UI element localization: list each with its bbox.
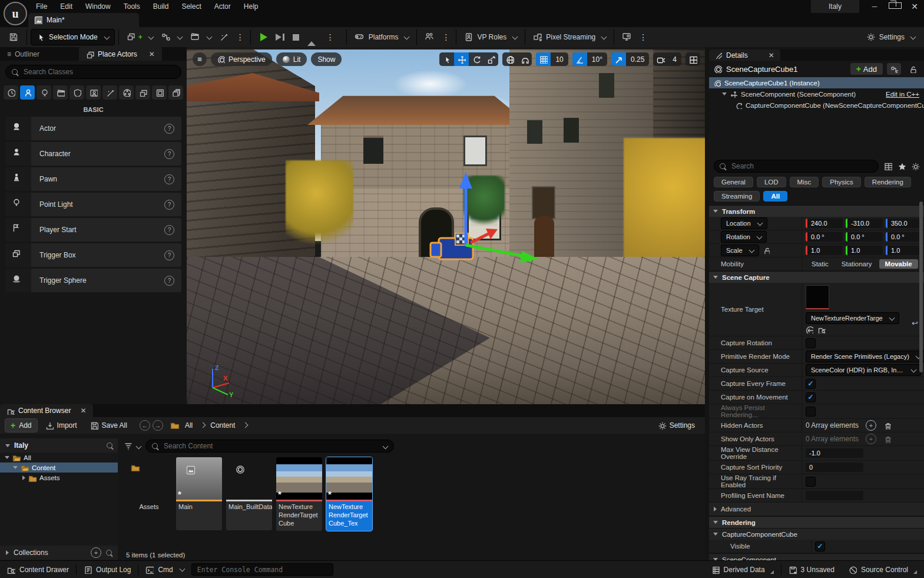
vp-roles-dropdown[interactable]: VP Roles: [460, 29, 521, 45]
close-tab-icon[interactable]: ✕: [149, 50, 155, 58]
platforms-dropdown[interactable]: Platforms: [350, 29, 413, 45]
toolbar-overflow-menu[interactable]: ⋮: [234, 32, 247, 42]
pixel-streaming-dropdown[interactable]: Pixel Streaming: [529, 29, 610, 45]
derived-data-button[interactable]: Derived Data: [704, 561, 781, 578]
editor-settings-dropdown[interactable]: Settings: [862, 29, 919, 45]
place-actor-item-actor[interactable]: Actor ?: [5, 117, 181, 140]
camera-speed-icon[interactable]: [611, 52, 626, 66]
lights-icon[interactable]: [37, 85, 51, 100]
rotation-x-field[interactable]: 0.0 °: [806, 232, 843, 242]
scale-y-field[interactable]: 1.0: [846, 246, 883, 255]
scale-dropdown[interactable]: Scale: [721, 245, 759, 256]
tree-item-assets[interactable]: Assets: [0, 473, 118, 483]
tab-place-actors[interactable]: Place Actors ✕: [79, 47, 162, 61]
output-log-button[interactable]: Output Log: [77, 561, 138, 578]
transform-gizmo[interactable]: [421, 167, 545, 279]
camera-speed-value[interactable]: 0.25: [626, 52, 649, 66]
details-scrollbar[interactable]: [919, 202, 923, 372]
scale-z-field[interactable]: 1.0: [886, 246, 923, 255]
capture-source-dropdown[interactable]: SceneColor (HDR) in RGB, Inv Opacity: [806, 364, 921, 376]
scale-x-field[interactable]: 1.0: [806, 246, 843, 255]
capture-every-frame-checkbox[interactable]: ✓: [806, 379, 816, 389]
filter-tab-physics[interactable]: Physics: [822, 177, 861, 187]
clear-array-icon[interactable]: [883, 435, 891, 443]
menu-window[interactable]: Window: [79, 2, 117, 11]
asset-tile-main-level[interactable]: * Main: [176, 457, 222, 530]
display-manager-icon[interactable]: [884, 162, 892, 170]
rotation-snap-icon[interactable]: [572, 52, 587, 66]
scale-lock-icon[interactable]: [763, 247, 770, 254]
breadcrumb-content[interactable]: Content: [210, 421, 235, 430]
surface-snapping-icon[interactable]: [517, 52, 532, 66]
rotation-dropdown[interactable]: Rotation: [721, 231, 767, 243]
move-tool-icon[interactable]: [454, 52, 469, 66]
texture-target-dropdown[interactable]: NewTextureRenderTarge: [806, 312, 899, 324]
scale-tool-icon[interactable]: [483, 52, 498, 66]
mobility-stationary-button[interactable]: Stationary: [836, 259, 878, 269]
menu-edit[interactable]: Edit: [54, 2, 79, 11]
search-options-chevron-icon[interactable]: [383, 443, 389, 449]
menu-select[interactable]: Select: [175, 2, 207, 11]
view-mode-lit-dropdown[interactable]: Lit: [276, 52, 307, 66]
close-tab-icon[interactable]: ✕: [80, 407, 86, 415]
asset-tile-main-builtdata[interactable]: Main_BuiltData: [226, 457, 272, 530]
section-rendering[interactable]: Rendering: [709, 516, 924, 528]
content-browser-settings-dropdown[interactable]: Settings: [653, 419, 700, 432]
texture-target-thumbnail[interactable]: [806, 285, 829, 309]
grid-snap-value[interactable]: 10: [551, 52, 568, 66]
place-actor-item-point-light[interactable]: Point Light ?: [5, 193, 181, 216]
viewport-canvas[interactable]: Z X Y: [187, 49, 705, 404]
edit-in-cpp-link[interactable]: Edit in C++: [886, 91, 919, 98]
filter-tab-all[interactable]: All: [763, 191, 787, 202]
search-collections-icon[interactable]: [106, 550, 112, 556]
component-tree-row-capture-component[interactable]: CaptureComponentCube (NewSceneCaptureCom…: [709, 100, 924, 111]
asset-tile-render-target-cube[interactable]: * NewTexture RenderTarget Cube: [276, 457, 322, 531]
camera-count-value[interactable]: 4: [668, 52, 681, 66]
max-view-distance-field[interactable]: -1.0: [806, 448, 863, 458]
capture-sort-priority-field[interactable]: 0: [806, 463, 863, 472]
filter-tab-misc[interactable]: Misc: [790, 177, 819, 187]
help-icon[interactable]: ?: [164, 200, 174, 210]
back-icon[interactable]: ←: [140, 420, 150, 431]
menu-help[interactable]: Help: [237, 2, 265, 11]
use-selected-asset-icon[interactable]: [806, 326, 813, 333]
all-classes-icon[interactable]: [168, 85, 183, 100]
play-options-menu[interactable]: ⋮: [324, 32, 337, 42]
menu-file[interactable]: File: [29, 2, 54, 11]
help-icon[interactable]: ?: [164, 149, 174, 159]
filter-tab-rendering[interactable]: Rendering: [865, 177, 911, 187]
console-command-input[interactable]: [191, 563, 333, 576]
visible-checkbox[interactable]: ✓: [815, 541, 825, 551]
forward-icon[interactable]: →: [153, 420, 163, 431]
tree-item-content[interactable]: Content: [0, 463, 118, 473]
close-button[interactable]: ✕: [909, 2, 920, 11]
lock-details-icon[interactable]: [905, 63, 919, 75]
help-icon[interactable]: ?: [164, 276, 174, 286]
capture-tool-button[interactable]: [618, 29, 637, 45]
multi-user-button[interactable]: [420, 29, 439, 45]
tab-outliner[interactable]: ≡Outliner: [0, 47, 47, 61]
selection-mode-dropdown[interactable]: Selection Mode: [31, 29, 115, 45]
section-transform[interactable]: Transform: [709, 205, 924, 217]
filter-tab-streaming[interactable]: Streaming: [714, 191, 760, 202]
import-button[interactable]: Import: [40, 419, 82, 432]
menu-build[interactable]: Build: [147, 2, 175, 11]
save-all-button[interactable]: Save All: [85, 419, 133, 432]
details-search-input[interactable]: [714, 160, 879, 173]
location-x-field[interactable]: 240.0: [806, 219, 843, 228]
eject-button[interactable]: [307, 33, 316, 41]
add-asset-button[interactable]: +Add: [5, 418, 38, 432]
minimize-button[interactable]: ─: [869, 2, 880, 11]
clear-array-icon[interactable]: [883, 422, 891, 430]
filter-tab-lod[interactable]: LOD: [757, 177, 786, 187]
help-icon[interactable]: ?: [164, 124, 174, 134]
capture-rotation-checkbox[interactable]: [806, 338, 816, 348]
location-y-field[interactable]: -310.0: [846, 219, 883, 228]
unreal-engine-logo-icon[interactable]: u: [4, 2, 27, 25]
tab-content-browser[interactable]: Content Browser ✕: [0, 404, 93, 417]
tab-details[interactable]: Details ✕: [709, 49, 780, 61]
viewport-options-menu[interactable]: ≡: [193, 52, 207, 66]
show-flags-dropdown[interactable]: Show: [311, 52, 342, 66]
visual-effects-icon[interactable]: [86, 85, 101, 100]
frame-skip-button[interactable]: [276, 34, 284, 41]
